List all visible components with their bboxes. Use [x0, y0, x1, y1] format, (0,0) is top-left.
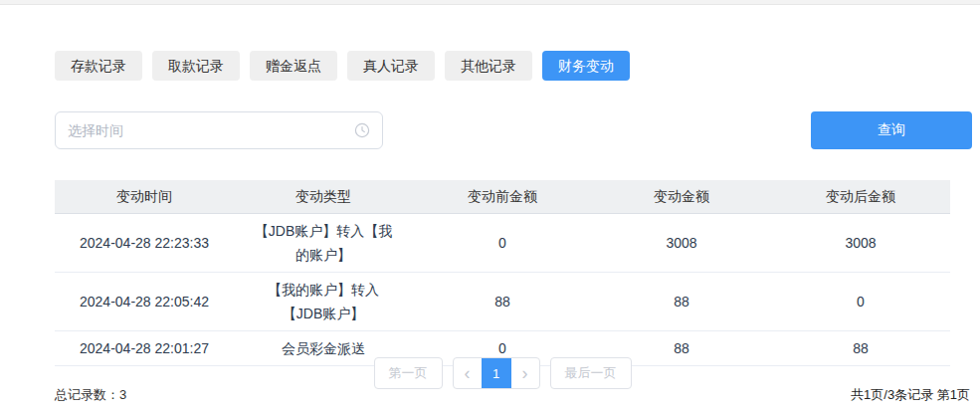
chevron-right-icon[interactable]: › [511, 358, 539, 388]
tab-finance-changes[interactable]: 财务变动 [542, 51, 630, 81]
tab-other-records[interactable]: 其他记录 [445, 51, 532, 81]
column-header-balance-before: 变动前金额 [413, 188, 592, 206]
date-range-input[interactable] [68, 122, 354, 138]
cell-balance-before: 0 [413, 231, 592, 255]
last-page-button[interactable]: 最后一页 [550, 357, 632, 389]
tab-deposit-records[interactable]: 存款记录 [55, 51, 142, 81]
query-button[interactable]: 查询 [811, 111, 972, 149]
page-stepper: ‹ 1 › [453, 357, 540, 389]
first-page-button[interactable]: 第一页 [374, 357, 443, 389]
date-range-picker[interactable] [55, 111, 383, 149]
cell-balance-before: 88 [413, 290, 592, 313]
cell-change-type-text: 【我的账户】转入【JDB账户】 [249, 278, 398, 325]
cell-change-time: 2024-04-28 22:23:33 [55, 231, 234, 255]
clock-icon[interactable] [354, 122, 370, 138]
column-header-balance-after: 变动后金额 [771, 188, 950, 206]
cell-change-time: 2024-04-28 22:05:42 [55, 290, 234, 313]
cell-change-type: 【我的账户】转入【JDB账户】 [234, 278, 413, 325]
total-records-label: 总记录数：3 [55, 386, 126, 404]
page-summary-label: 共1页/3条记录 第1页 [851, 386, 970, 404]
table-row: 2024-04-28 22:23:33 【JDB账户】转入【我的账户】 0 30… [55, 214, 950, 273]
column-header-change-amount: 变动金额 [592, 188, 771, 206]
cell-change-amount: 3008 [592, 231, 771, 255]
tab-bonus-rebate[interactable]: 赠金返点 [250, 51, 337, 81]
column-header-change-type: 变动类型 [234, 188, 413, 206]
cell-change-type: 【JDB账户】转入【我的账户】 [234, 219, 413, 267]
current-page-indicator[interactable]: 1 [482, 358, 511, 388]
record-tabs: 存款记录 取款记录 赠金返点 真人记录 其他记录 财务变动 [55, 51, 630, 81]
tab-withdrawal-records[interactable]: 取款记录 [152, 51, 240, 81]
column-header-change-time: 变动时间 [55, 188, 234, 206]
chevron-left-icon[interactable]: ‹ [454, 358, 482, 388]
cell-change-type-text: 【JDB账户】转入【我的账户】 [249, 219, 398, 267]
top-divider [0, 0, 980, 5]
cell-change-amount: 88 [592, 290, 771, 313]
table-header-row: 变动时间 变动类型 变动前金额 变动金额 变动后金额 [55, 180, 950, 214]
table-row: 2024-04-28 22:05:42 【我的账户】转入【JDB账户】 88 8… [55, 273, 950, 331]
cell-balance-after: 0 [771, 290, 950, 313]
finance-changes-table: 变动时间 变动类型 变动前金额 变动金额 变动后金额 2024-04-28 22… [55, 180, 950, 366]
cell-balance-after: 3008 [771, 231, 950, 255]
tab-live-records[interactable]: 真人记录 [347, 51, 435, 81]
pagination: 第一页 ‹ 1 › 最后一页 [55, 357, 950, 389]
